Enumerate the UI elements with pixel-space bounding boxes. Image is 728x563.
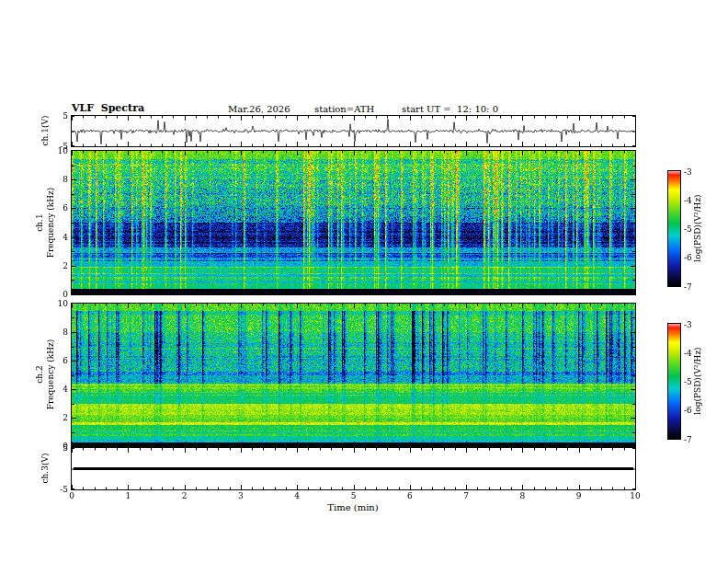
ch2-spectrogram-panel xyxy=(72,304,635,446)
start-ut-label: start UT = 12: 10: 0 xyxy=(402,104,498,114)
spec2-y-tick-label: 10 xyxy=(51,299,68,308)
colorbar-tick-label: -4 xyxy=(684,349,702,358)
ch3-waveform-ylabel: ch.3(V) xyxy=(40,448,50,488)
colorbar-tick-label: -5 xyxy=(684,224,702,234)
station-label: station=ATH xyxy=(314,104,374,114)
spec2-y-tick-label: 6 xyxy=(51,356,68,365)
vlf-spectra-figure: VLF Spectra Mar.26, 2026 station=ATH sta… xyxy=(0,0,728,563)
colorbar-tick-label: -4 xyxy=(684,196,702,205)
x-tick-label: 6 xyxy=(401,491,419,500)
ch2-spectrogram-ylabel-frequency: Frequency (kHz) xyxy=(46,333,55,416)
colorbar-ch2-canvas xyxy=(668,324,680,439)
x-tick-label: 4 xyxy=(288,491,306,500)
wave3-y-tick-label: -5 xyxy=(51,485,68,494)
spec1-y-tick-label: 8 xyxy=(51,175,68,184)
wave1-y-tick-label: 5 xyxy=(51,111,68,121)
spec1-y-tick-label: 0 xyxy=(51,290,68,299)
ch3-waveform-canvas xyxy=(72,448,635,489)
colorbar-ch1 xyxy=(668,171,680,286)
ch1-waveform-ylabel: ch.1(V) xyxy=(40,110,50,151)
colorbar-tick-label: -3 xyxy=(684,320,702,329)
ch2-spectrogram-canvas xyxy=(72,304,635,446)
colorbar-tick-label: -5 xyxy=(684,377,702,386)
ch1-waveform-canvas xyxy=(72,116,635,146)
spec2-y-tick-label: 4 xyxy=(51,385,68,394)
ch1-spectrogram-panel xyxy=(72,151,635,294)
x-tick-label: 5 xyxy=(345,491,363,500)
x-axis-label: Time (min) xyxy=(316,502,390,512)
spec1-y-tick-label: 6 xyxy=(51,203,68,213)
plot-title: VLF Spectra xyxy=(72,102,144,114)
x-tick-label: 8 xyxy=(513,491,531,500)
plot-date: Mar.26, 2026 xyxy=(228,104,290,114)
x-tick-label: 3 xyxy=(232,491,250,500)
colorbar-tick-label: -7 xyxy=(684,282,702,292)
spec1-y-tick-label: 4 xyxy=(51,233,68,242)
spec1-y-tick-label: 2 xyxy=(51,261,68,270)
x-tick-label: 9 xyxy=(570,491,588,500)
spec2-y-tick-label: 2 xyxy=(51,413,68,422)
wave1-y-tick-label: -5 xyxy=(51,142,68,151)
colorbar-ch1-canvas xyxy=(668,171,680,286)
colorbar-tick-label: -7 xyxy=(684,435,702,444)
ch1-spectrogram-ylabel-frequency: Frequency (kHz) xyxy=(46,181,55,264)
ch3-waveform-panel xyxy=(72,448,635,489)
colorbar-ch2 xyxy=(668,324,680,439)
ch2-spectrogram-ylabel-channel: ch.2 xyxy=(35,361,44,388)
x-tick-label: 1 xyxy=(119,491,137,500)
colorbar-tick-label: -3 xyxy=(684,167,702,177)
colorbar-tick-label: -6 xyxy=(684,406,702,415)
spec2-y-tick-label: 8 xyxy=(51,327,68,337)
ch1-spectrogram-canvas xyxy=(72,151,635,294)
ch1-spectrogram-ylabel-channel: ch.1 xyxy=(35,209,44,236)
wave3-y-tick-label: 5 xyxy=(51,443,68,453)
x-tick-label: 10 xyxy=(626,491,644,500)
x-tick-label: 7 xyxy=(457,491,475,500)
ch1-waveform-panel xyxy=(72,116,635,146)
x-tick-label: 2 xyxy=(176,491,194,500)
colorbar-tick-label: -6 xyxy=(684,253,702,262)
